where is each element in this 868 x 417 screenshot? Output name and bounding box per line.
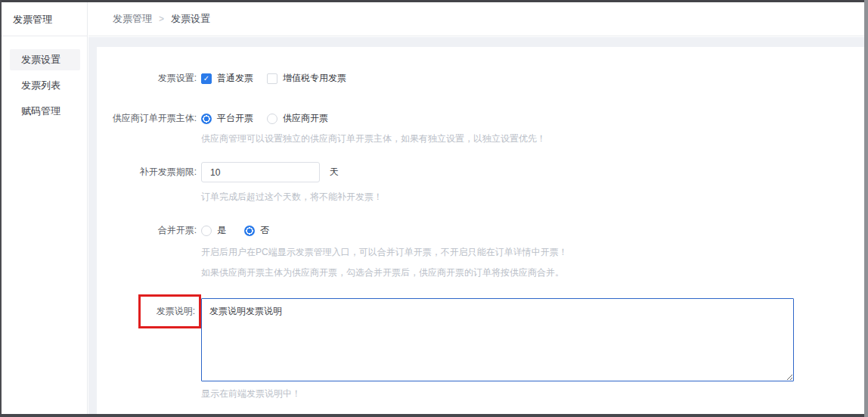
window-bottom-edge: [0, 414, 868, 417]
checkbox-option-vat-invoice[interactable]: ✓ 增值税专用发票: [267, 72, 346, 85]
merge-no-radio[interactable]: [244, 226, 255, 236]
check-icon: ✓: [203, 75, 209, 82]
window-right-edge[interactable]: [864, 0, 868, 417]
breadcrumb-item-invoice-settings: 发票设置: [171, 12, 210, 26]
sidebar-menu: 发票设置 发票列表 赋码管理: [2, 36, 87, 122]
platform-invoicing-radio[interactable]: [201, 114, 212, 124]
reissue-period-helper-text: 订单完成后超过这个天数，将不能补开发票！: [201, 191, 383, 204]
merge-invoice-helper-text-2: 如果供应商开票主体为供应商开票，勾选合并开票后，供应商开票的订单将按供应商合并。: [201, 266, 564, 279]
sidebar-item-code-management[interactable]: 赋码管理: [10, 101, 80, 122]
row-reissue-period: 补开发票期限: 天: [97, 162, 339, 182]
supplier-subject-label: 供应商订单开票主体:: [97, 112, 197, 125]
window-top-edge: [0, 0, 868, 2]
invoice-note-helper-text: 显示在前端发票说明中！: [201, 387, 301, 400]
app-window: 发票管理 发票设置 发票列表 赋码管理 发票管理 > 发票设置 发票设置: ✓ …: [0, 0, 868, 417]
regular-invoice-checkbox[interactable]: ✓: [201, 73, 212, 84]
platform-invoicing-radio-label: 平台开票: [217, 112, 253, 125]
row-merge-invoice: 合并开票: 是 否: [97, 224, 269, 237]
merge-yes-radio-label: 是: [217, 224, 226, 237]
reissue-period-label: 补开发票期限:: [97, 166, 197, 179]
sidebar: 发票管理 发票设置 发票列表 赋码管理: [2, 2, 88, 414]
sidebar-item-invoice-list[interactable]: 发票列表: [10, 75, 80, 96]
radio-option-supplier-invoicing[interactable]: 供应商开票: [267, 112, 328, 125]
vat-invoice-checkbox[interactable]: ✓: [267, 73, 277, 84]
invoice-type-label: 发票设置:: [97, 72, 197, 85]
checkbox-option-regular-invoice[interactable]: ✓ 普通发票: [201, 72, 253, 85]
invoice-settings-form: 发票设置: ✓ 普通发票 ✓ 增值税专用发票 供应商订单开票主体: 平台开票: [97, 47, 864, 417]
invoice-note-label: 发票说明:: [157, 305, 195, 318]
radio-option-platform-invoicing[interactable]: 平台开票: [201, 112, 253, 125]
breadcrumb-item-invoice-management[interactable]: 发票管理: [113, 12, 152, 26]
breadcrumb-separator-icon: >: [159, 14, 164, 24]
reissue-period-input[interactable]: [201, 162, 320, 182]
supplier-invoicing-radio-label: 供应商开票: [283, 112, 328, 125]
merge-invoice-label: 合并开票:: [97, 224, 197, 237]
topbar: 发票管理 > 发票设置: [88, 2, 864, 36]
window-left-edge: [0, 0, 2, 417]
supplier-subject-helper-text: 供应商管理可以设置独立的供应商订单开票主体，如果有独立设置，以独立设置优先！: [201, 132, 546, 145]
sidebar-title: 发票管理: [2, 2, 87, 36]
merge-invoice-helper-text-1: 开启后用户在PC端显示发票管理入口，可以合并订单开票，不开启只能在订单详情中开票…: [201, 246, 568, 259]
row-supplier-subject: 供应商订单开票主体: 平台开票 供应商开票: [97, 112, 328, 125]
vat-invoice-checkbox-label: 增值税专用发票: [283, 72, 346, 85]
red-annotation-box: 发票说明:: [138, 294, 201, 328]
regular-invoice-checkbox-label: 普通发票: [217, 72, 253, 85]
supplier-invoicing-radio[interactable]: [267, 114, 277, 124]
radio-option-merge-no[interactable]: 否: [244, 224, 269, 237]
reissue-period-unit: 天: [330, 166, 339, 179]
invoice-note-textarea[interactable]: 发票说明发票说明: [201, 298, 794, 381]
radio-option-merge-yes[interactable]: 是: [201, 224, 226, 237]
row-invoice-type: 发票设置: ✓ 普通发票 ✓ 增值税专用发票: [97, 72, 346, 85]
merge-yes-radio[interactable]: [201, 226, 212, 236]
merge-no-radio-label: 否: [260, 224, 269, 237]
sidebar-item-invoice-settings[interactable]: 发票设置: [10, 49, 80, 70]
